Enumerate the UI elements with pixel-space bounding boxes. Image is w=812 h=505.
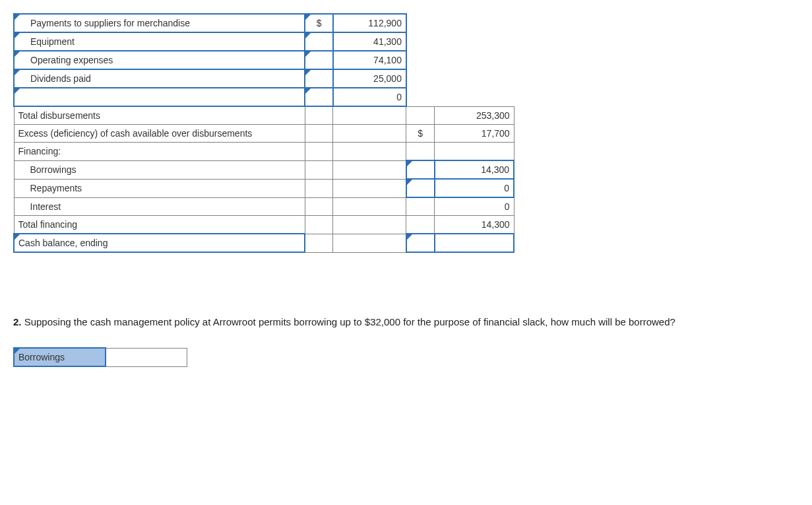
blank-cell[interactable] — [305, 69, 333, 88]
answer-borrowings-label[interactable]: Borrowings — [14, 348, 106, 366]
row-equipment-value[interactable]: 41,300 — [333, 32, 406, 51]
blank-cell — [406, 14, 435, 32]
blank-cell — [333, 160, 406, 179]
blank-cell — [435, 88, 514, 106]
row-blank-value[interactable]: 0 — [333, 88, 406, 106]
blank-cell — [333, 143, 406, 161]
row-repayments-value[interactable]: 0 — [435, 179, 514, 197]
blank-cell — [333, 234, 406, 252]
blank-cell — [406, 69, 435, 88]
row-repayments-label: Repayments — [14, 179, 305, 197]
budget-table: Payments to suppliers for merchandise $ … — [13, 13, 515, 253]
blank-cell — [305, 179, 333, 197]
question-2-text: 2. Supposing the cash management policy … — [13, 316, 792, 329]
row-interest-label: Interest — [14, 197, 305, 216]
row-total-disb-value: 253,300 — [435, 106, 514, 125]
row-excess-value: 17,700 — [435, 125, 514, 143]
row-excess-label: Excess (deficiency) of cash available ov… — [14, 125, 305, 143]
blank-cell — [435, 69, 514, 88]
blank-cell — [333, 106, 406, 125]
blank-cell — [333, 125, 406, 143]
answer-section: Borrowings — [13, 347, 799, 367]
blank-cell — [305, 234, 333, 252]
blank-cell — [333, 216, 406, 234]
blank-cell — [333, 179, 406, 197]
row-excess-symbol: $ — [406, 125, 435, 143]
question-number: 2. — [13, 316, 22, 327]
blank-cell — [406, 197, 435, 216]
row-payments-symbol[interactable]: $ — [305, 14, 333, 32]
row-dividends-value[interactable]: 25,000 — [333, 69, 406, 88]
blank-cell[interactable] — [305, 88, 333, 106]
blank-cell — [406, 143, 435, 161]
blank-cell — [305, 106, 333, 125]
row-dividends-label[interactable]: Dividends paid — [14, 69, 305, 88]
row-financing-label: Financing: — [14, 143, 305, 161]
row-borrowings-label: Borrowings — [14, 160, 305, 179]
row-total-fin-value: 14,300 — [435, 216, 514, 234]
row-payments-value[interactable]: 112,900 — [333, 14, 406, 32]
cash-budget-table: Payments to suppliers for merchandise $ … — [13, 13, 515, 253]
blank-cell — [435, 51, 514, 69]
row-ending-label[interactable]: Cash balance, ending — [14, 234, 305, 252]
blank-cell — [406, 88, 435, 106]
blank-cell — [305, 216, 333, 234]
blank-cell — [435, 32, 514, 51]
row-total-disb-label: Total disbursements — [14, 106, 305, 125]
blank-cell — [333, 197, 406, 216]
blank-cell — [435, 143, 514, 161]
blank-cell — [406, 216, 435, 234]
row-interest-value: 0 — [435, 197, 514, 216]
row-borrowings-value[interactable]: 14,300 — [435, 160, 514, 179]
blank-cell[interactable] — [406, 234, 435, 252]
row-opex-label[interactable]: Operating expenses — [14, 51, 305, 69]
blank-cell — [305, 143, 333, 161]
blank-cell — [305, 197, 333, 216]
question-body: Supposing the cash management policy at … — [22, 316, 675, 327]
blank-cell[interactable] — [406, 179, 435, 197]
row-ending-value[interactable] — [435, 234, 514, 252]
row-equipment-label[interactable]: Equipment — [14, 32, 305, 51]
blank-cell — [406, 32, 435, 51]
answer-borrowings-input[interactable] — [106, 348, 187, 366]
blank-cell[interactable] — [305, 32, 333, 51]
row-opex-value[interactable]: 74,100 — [333, 51, 406, 69]
blank-cell — [305, 160, 333, 179]
row-total-fin-label: Total financing — [14, 216, 305, 234]
blank-cell — [305, 125, 333, 143]
row-blank-label[interactable] — [14, 88, 305, 106]
blank-cell[interactable] — [406, 160, 435, 179]
blank-cell — [406, 106, 435, 125]
blank-cell — [435, 14, 514, 32]
blank-cell — [406, 51, 435, 69]
row-payments-label[interactable]: Payments to suppliers for merchandise — [14, 14, 305, 32]
blank-cell[interactable] — [305, 51, 333, 69]
